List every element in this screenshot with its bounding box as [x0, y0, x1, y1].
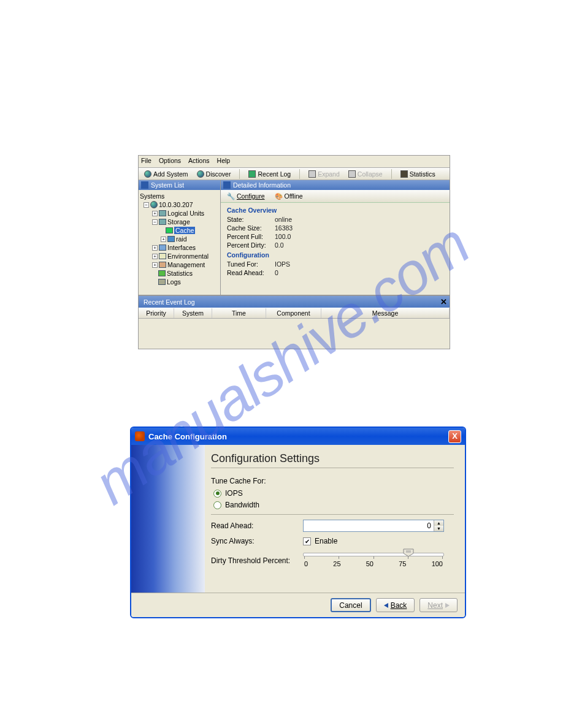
expand-icon[interactable]: + [152, 245, 158, 251]
tree-logical-units[interactable]: +Logical Units [140, 209, 219, 218]
statistics-button[interactable]: Statistics [397, 169, 439, 180]
detail-toolbar: 🔧 Configure 🎨 Offline [221, 190, 450, 203]
discover-button[interactable]: Discover [193, 169, 235, 180]
panel-icon [223, 181, 231, 189]
menu-help[interactable]: Help [217, 157, 231, 167]
tree: Systems −10.0.30.207 +Logical Units −Sto… [139, 190, 220, 295]
configure-button[interactable]: 🔧 Configure [223, 191, 269, 202]
cache-size-value: 16383 [275, 224, 293, 233]
interface-icon [159, 245, 166, 251]
management-icon [159, 262, 166, 268]
dialog-footer: Cancel Back Next [131, 593, 465, 617]
percent-full-label: Percent Full: [227, 233, 275, 241]
cache-icon [166, 227, 173, 233]
dialog-title: Cache Configuration [148, 432, 227, 441]
wrench-icon: 🔧 [227, 192, 235, 200]
state-label: State: [227, 216, 275, 224]
radio-icon[interactable] [213, 501, 221, 509]
expand-icon [308, 170, 316, 178]
offline-button[interactable]: 🎨 Offline [271, 191, 307, 202]
java-icon [135, 431, 145, 441]
back-button[interactable]: Back [376, 598, 415, 612]
read-ahead-spinner[interactable]: ▲ ▼ [303, 520, 444, 532]
cancel-button[interactable]: Cancel [331, 598, 370, 612]
tuned-for-label: Tuned For: [227, 260, 275, 269]
add-system-button[interactable]: Add System [140, 169, 192, 180]
radio-iops[interactable]: IOPS [213, 489, 454, 498]
sync-always-label: Sync Always: [211, 537, 303, 545]
sync-enable-checkbox[interactable]: ✔ [303, 537, 311, 545]
dirty-threshold-slider[interactable]: 0 25 50 75 100 [303, 550, 444, 567]
close-icon[interactable]: ✕ [440, 297, 447, 306]
tree-cache[interactable]: Cache [140, 226, 219, 235]
col-time[interactable]: Time [212, 308, 266, 318]
col-system[interactable]: System [174, 308, 212, 318]
col-priority[interactable]: Priority [139, 308, 174, 318]
tree-ip[interactable]: −10.0.30.207 [140, 200, 219, 209]
separator [391, 169, 392, 179]
col-component[interactable]: Component [266, 308, 321, 318]
arrow-right-icon [445, 603, 450, 608]
tree-root[interactable]: Systems [140, 192, 219, 200]
stats-icon [158, 270, 166, 276]
separator [299, 169, 300, 179]
statistics-icon [400, 170, 408, 178]
next-button: Next [419, 598, 458, 612]
cache-overview-header: Cache Overview [227, 207, 443, 214]
tree-interfaces[interactable]: +Interfaces [140, 243, 219, 252]
tree-raid[interactable]: +raid [140, 235, 219, 243]
expand-icon[interactable]: + [152, 262, 158, 268]
event-log-body [139, 319, 450, 346]
dialog-titlebar: Cache Configuration X [131, 428, 465, 445]
collapse-icon [348, 170, 356, 178]
expand-icon[interactable]: + [152, 254, 158, 259]
read-ahead-label: Read Ahead: [211, 521, 303, 530]
slider-thumb-icon[interactable] [403, 548, 414, 557]
tree-statistics[interactable]: Statistics [140, 269, 219, 278]
radio-bandwidth[interactable]: Bandwidth [213, 501, 454, 509]
menu-options[interactable]: Options [159, 157, 181, 167]
read-ahead-label: Read Ahead: [227, 269, 275, 278]
menu-actions[interactable]: Actions [188, 157, 209, 167]
globe-icon [197, 170, 204, 178]
read-ahead-value: 0 [275, 269, 278, 278]
storage-icon [159, 219, 166, 225]
tree-environmental[interactable]: +Environmental [140, 252, 219, 260]
close-button[interactable]: X [448, 430, 461, 443]
tree-management[interactable]: +Management [140, 260, 219, 269]
cache-size-label: Cache Size: [227, 224, 275, 233]
sidebar-title: System List [139, 180, 220, 190]
tick-100: 100 [432, 560, 443, 567]
tree-logs[interactable]: Logs [140, 278, 219, 286]
expand-icon[interactable]: + [152, 211, 158, 216]
percent-dirty-value: 0.0 [275, 241, 284, 250]
detail-title: Detailed Information [221, 180, 450, 190]
panel-icon [141, 181, 148, 189]
tick-25: 25 [333, 560, 340, 567]
col-message[interactable]: Message [321, 308, 450, 318]
radio-icon[interactable] [213, 490, 221, 498]
percent-dirty-label: Percent Dirty: [227, 241, 275, 250]
collapse-icon[interactable]: − [152, 219, 158, 225]
dirty-threshold-label: Dirty Threshold Percent: [211, 550, 303, 565]
expand-icon[interactable]: + [161, 237, 166, 242]
tick-50: 50 [366, 560, 373, 567]
menu-file[interactable]: File [141, 157, 151, 167]
read-ahead-input[interactable] [304, 520, 434, 531]
spinner-up-icon[interactable]: ▲ [434, 520, 443, 526]
raid-icon [167, 236, 175, 242]
sync-enable-label: Enable [315, 537, 337, 545]
env-icon [159, 253, 166, 259]
dialog-side-banner [131, 445, 205, 593]
state-value: online [275, 216, 292, 224]
recent-log-button[interactable]: Recent Log [245, 169, 294, 180]
tuned-for-value: IOPS [275, 260, 290, 269]
log-icon [248, 170, 256, 178]
settings-heading: Configuration Settings [211, 452, 454, 468]
collapse-button: Collapse [345, 169, 386, 180]
drive-icon [159, 210, 166, 216]
collapse-icon[interactable]: − [144, 202, 149, 208]
spinner-down-icon[interactable]: ▼ [434, 526, 443, 531]
tree-storage[interactable]: −Storage [140, 218, 219, 226]
tick-0: 0 [304, 560, 308, 567]
